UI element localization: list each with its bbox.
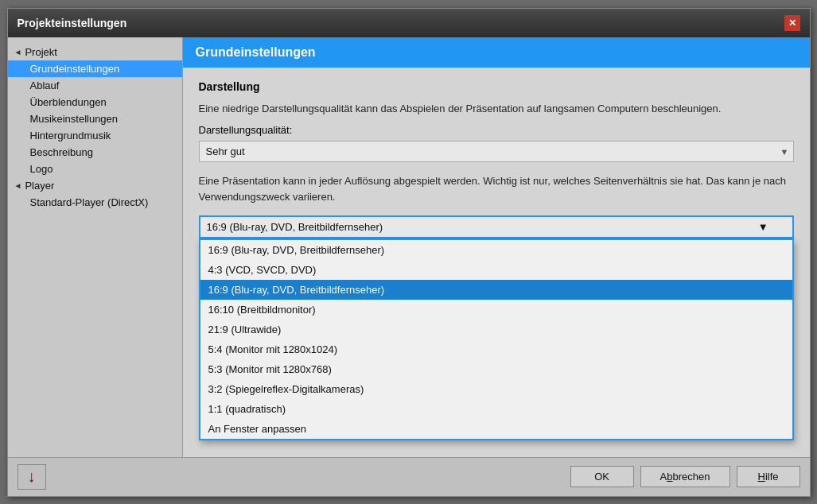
sidebar-item-musikeinstellungen[interactable]: Musikeinstellungen — [8, 110, 182, 127]
sidebar-item-grundeinstellungen[interactable]: Grundeinstellungen — [8, 60, 182, 77]
title-bar: Projekteinstellungen ✕ — [8, 9, 810, 37]
aspect-option-8[interactable]: 1:1 (quadratisch) — [200, 399, 792, 419]
arrow-icon-player: ◄ — [14, 181, 22, 190]
quality-label: Darstellungsqualität: — [199, 124, 794, 136]
sidebar: ◄ Projekt Grundeinstellungen Ablauf Über… — [8, 37, 183, 457]
dialog-footer: ↓ OK Abbrechen Hilfe — [8, 457, 810, 496]
sidebar-label-hintergrundmusik: Hintergrundmusik — [30, 130, 111, 142]
main-content: Grundeinstellungen Darstellung Eine nied… — [183, 37, 810, 457]
help-button[interactable]: Hilfe — [737, 466, 800, 487]
aspect-option-5[interactable]: 5:4 (Monitor mit 1280x1024) — [200, 339, 792, 359]
sidebar-item-logo[interactable]: Logo — [8, 161, 182, 177]
download-button[interactable]: ↓ — [18, 464, 46, 490]
sidebar-label-projekt: Projekt — [25, 46, 56, 58]
section-header: Grundeinstellungen — [183, 37, 810, 68]
sidebar-label-grundeinstellungen: Grundeinstellungen — [30, 63, 120, 75]
dialog-body: ◄ Projekt Grundeinstellungen Ablauf Über… — [8, 37, 810, 457]
sidebar-label-musikeinstellungen: Musikeinstellungen — [30, 113, 119, 125]
sidebar-label-player: Player — [25, 180, 54, 192]
section-title: Grundeinstellungen — [196, 45, 316, 59]
sidebar-item-ablauf[interactable]: Ablauf — [8, 77, 182, 94]
close-button[interactable]: ✕ — [784, 15, 800, 31]
arrow-icon: ◄ — [14, 48, 22, 56]
aspect-option-1[interactable]: 4:3 (VCD, SVCD, DVD) — [200, 260, 792, 280]
quality-dropdown-container: Sehr gut Gut Mittel Niedrig ▼ — [199, 141, 794, 162]
aspect-dropdown-button[interactable]: 16:9 (Blu-ray, DVD, Breitbildfernseher) … — [199, 215, 794, 238]
dialog-title: Projekteinstellungen — [18, 17, 127, 29]
aspect-option-6[interactable]: 5:3 (Monitor mit 1280x768) — [200, 359, 792, 379]
sidebar-item-ueberblendungen[interactable]: Überblendungen — [8, 94, 182, 110]
cancel-label: Abbrechen — [660, 471, 710, 483]
aspect-description: Eine Präsentation kann in jeder Auflösun… — [199, 173, 794, 204]
cancel-button[interactable]: Abbrechen — [640, 466, 730, 487]
aspect-dropdown-popup: 16:9 (Blu-ray, DVD, Breitbildfernseher) … — [199, 238, 794, 440]
dialog-window: Projekteinstellungen ✕ ◄ Projekt Grundei… — [7, 8, 811, 497]
sidebar-label-standard-player: Standard-Player (DirectX) — [30, 196, 149, 208]
download-icon: ↓ — [28, 467, 36, 486]
darstellung-description: Eine niedrige Darstellungsqualität kann … — [199, 101, 794, 117]
sidebar-item-beschreibung[interactable]: Beschreibung — [8, 144, 182, 161]
help-label: Hilfe — [757, 471, 778, 483]
aspect-dropdown-arrow-icon: ▼ — [758, 221, 768, 233]
sidebar-item-projekt[interactable]: ◄ Projekt — [8, 44, 182, 60]
footer-left: ↓ — [18, 464, 46, 490]
sidebar-item-standard-player[interactable]: Standard-Player (DirectX) — [8, 194, 182, 211]
sidebar-item-player[interactable]: ◄ Player — [8, 177, 182, 194]
ok-button[interactable]: OK — [570, 466, 634, 487]
aspect-option-9[interactable]: An Fenster anpassen — [200, 419, 792, 439]
aspect-option-7[interactable]: 3:2 (Spiegelreflex-Digitalkameras) — [200, 379, 792, 399]
quality-dropdown[interactable]: Sehr gut Gut Mittel Niedrig — [199, 141, 794, 162]
aspect-option-3[interactable]: 16:10 (Breitbildmonitor) — [200, 300, 792, 320]
darstellung-title: Darstellung — [199, 80, 794, 93]
sidebar-item-hintergrundmusik[interactable]: Hintergrundmusik — [8, 127, 182, 144]
content-area: Darstellung Eine niedrige Darstellungsqu… — [183, 68, 810, 457]
sidebar-label-ablauf: Ablauf — [30, 79, 60, 91]
aspect-dropdown-value: 16:9 (Blu-ray, DVD, Breitbildfernseher) — [207, 221, 383, 233]
sidebar-label-ueberblendungen: Überblendungen — [30, 96, 107, 108]
aspect-option-4[interactable]: 21:9 (Ultrawide) — [200, 320, 792, 339]
aspect-dropdown-container: 16:9 (Blu-ray, DVD, Breitbildfernseher) … — [199, 215, 794, 238]
sidebar-label-beschreibung: Beschreibung — [30, 146, 94, 158]
aspect-option-0[interactable]: 16:9 (Blu-ray, DVD, Breitbildfernseher) — [200, 240, 792, 260]
footer-buttons: OK Abbrechen Hilfe — [570, 466, 800, 487]
aspect-option-2[interactable]: 16:9 (Blu-ray, DVD, Breitbildfernseher) — [200, 280, 792, 300]
sidebar-label-logo: Logo — [30, 163, 53, 175]
